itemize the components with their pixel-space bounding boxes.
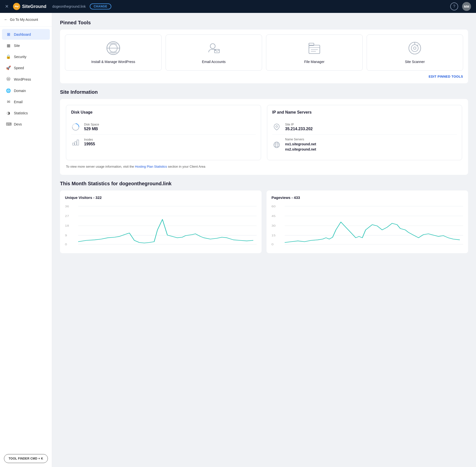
svg-text:0: 0 [271, 243, 273, 246]
unique-visitors-chart: 36 27 18 9 0 [65, 204, 257, 248]
pageviews-title: Pageviews - 433 [271, 195, 463, 200]
statistics-section: This Month Statistics for dogeonthegroun… [60, 181, 468, 253]
site-logo: SiteGround [13, 2, 46, 10]
speed-icon: 🚀 [6, 65, 11, 70]
svg-text:27: 27 [65, 215, 69, 218]
svg-point-13 [414, 47, 416, 49]
inodes-value: 19955 [84, 142, 95, 146]
pinned-tool-site-scanner[interactable]: Site Scanner [367, 34, 463, 71]
site-ip-row: Site IP 35.214.233.202 [272, 120, 457, 134]
sidebar-item-label: Site [14, 44, 20, 48]
sidebar-item-devs[interactable]: ⌨Devs [2, 119, 50, 129]
sidebar-item-speed[interactable]: 🚀Speed [2, 62, 50, 73]
unique-visitors-card: Unique Visitors - 322 36 27 1 [60, 190, 262, 253]
statistics-title: This Month Statistics for dogeonthegroun… [60, 181, 468, 187]
site-ip-label: Site IP [285, 123, 313, 126]
user-avatar[interactable]: MM [462, 2, 471, 11]
site-information-section: Site Information Disk Usage [60, 89, 468, 175]
ip-nameservers-title: IP and Name Servers [272, 110, 457, 115]
logo-text: SiteGround [22, 4, 46, 9]
hosting-plan-statistics-link[interactable]: Hosting Plan Statistics [135, 165, 167, 168]
svg-text:18: 18 [65, 224, 69, 227]
change-domain-button[interactable]: CHANGE [90, 3, 111, 9]
pinned-tool-file-manager[interactable]: File Manager [266, 34, 363, 71]
wordpress-label: Install & Manage WordPress [91, 60, 135, 64]
edit-pinned-tools-link[interactable]: EDIT PINNED TOOLS [65, 75, 463, 78]
svg-text:60: 60 [271, 205, 275, 208]
help-icon: ? [453, 4, 455, 9]
pinned-tools-card: Install & Manage WordPress Ema [60, 30, 468, 83]
sidebar-item-label: Dashboard [14, 32, 31, 36]
tool-finder-button[interactable]: TOOL FINDER CMD + K [4, 454, 48, 463]
security-icon: 🔒 [6, 54, 11, 59]
name-server-1: ns1.siteground.net [285, 142, 316, 147]
pinned-tool-email-accounts[interactable]: Email Accounts [166, 34, 262, 71]
main-layout: ← Go To My Account ⊞Dashboard▦Site🔒Secur… [0, 13, 476, 467]
back-arrow-icon: ← [4, 17, 8, 22]
sidebar-item-domain[interactable]: 🌐Domain [2, 85, 50, 96]
name-servers-icon [272, 140, 281, 149]
site-ip-icon [272, 123, 281, 131]
sidebar-item-statistics[interactable]: ◑Statistics [2, 108, 50, 118]
pinned-tools-title: Pinned Tools [60, 20, 468, 26]
disk-space-icon [71, 123, 80, 131]
svg-rect-18 [75, 142, 76, 145]
file-manager-icon [306, 41, 323, 56]
svg-text:0: 0 [65, 243, 67, 246]
disk-usage-box: Disk Usage Disk Space [66, 105, 261, 160]
name-servers-label: Name Servers [285, 138, 316, 141]
pageviews-chart: 60 45 30 15 0 [271, 204, 463, 248]
dashboard-icon: ⊞ [6, 32, 11, 37]
site-info-title: Site Information [60, 89, 468, 95]
site-scanner-label: Site Scanner [405, 60, 425, 64]
go-to-account-link[interactable]: ← Go To My Account [0, 13, 52, 27]
svg-rect-6 [309, 45, 320, 54]
svg-text:9: 9 [65, 234, 67, 237]
disk-space-row: Disk Space 529 MB [71, 120, 256, 134]
disk-space-value: 529 MB [84, 127, 99, 131]
close-icon[interactable]: ✕ [5, 4, 9, 9]
sidebar-item-dashboard[interactable]: ⊞Dashboard [2, 29, 50, 40]
sidebar-item-label: Security [14, 55, 27, 59]
site-info-grid: Disk Usage Disk Space [66, 105, 462, 160]
sidebar: ← Go To My Account ⊞Dashboard▦Site🔒Secur… [0, 13, 52, 467]
sidebar-item-security[interactable]: 🔒Security [2, 51, 50, 62]
pinned-tools-section: Pinned Tools [60, 20, 468, 83]
unique-visitors-title: Unique Visitors - 322 [65, 195, 257, 200]
sidebar-item-label: Speed [14, 66, 24, 70]
ip-nameservers-box: IP and Name Servers Site IP 35.214.233 [267, 105, 462, 160]
wordpress-icon [105, 41, 122, 56]
sidebar-item-label: WordPress [14, 77, 31, 81]
disk-usage-title: Disk Usage [71, 110, 256, 115]
site-info-card: Disk Usage Disk Space [60, 99, 468, 175]
inodes-icon [71, 138, 80, 147]
sidebar-item-wordpress[interactable]: ⓌWordPress [2, 74, 50, 85]
sidebar-item-label: Email [14, 100, 23, 104]
email-icon: ✉ [6, 99, 11, 104]
pinned-tools-grid: Install & Manage WordPress Ema [65, 34, 463, 71]
help-button[interactable]: ? [450, 2, 458, 10]
current-domain: dogeontheground.link [52, 4, 86, 8]
site-ip-value: 35.214.233.202 [285, 127, 313, 131]
pageviews-card: Pageviews - 433 60 45 30 [267, 190, 468, 253]
sidebar-item-label: Statistics [14, 111, 28, 115]
site-scanner-icon [406, 41, 423, 56]
wordpress-icon: Ⓦ [6, 77, 11, 82]
svg-text:45: 45 [271, 215, 275, 218]
sidebar-item-label: Domain [14, 89, 26, 93]
svg-rect-19 [77, 140, 79, 145]
pinned-tool-wordpress[interactable]: Install & Manage WordPress [65, 34, 162, 71]
domain-icon: 🌐 [6, 88, 11, 93]
site-info-footer: To view more server usage information, v… [66, 164, 462, 169]
inodes-label: Inodes [84, 138, 95, 141]
sidebar-item-label: Devs [14, 122, 22, 126]
devs-icon: ⌨ [6, 122, 11, 126]
main-content: Pinned Tools [52, 13, 476, 467]
statistics-grid: Unique Visitors - 322 36 27 1 [60, 190, 468, 253]
topbar: ✕ SiteGround dogeontheground.link CHANGE… [0, 0, 476, 13]
sidebar-item-site[interactable]: ▦Site [2, 40, 50, 51]
svg-text:30: 30 [271, 224, 275, 227]
email-accounts-label: Email Accounts [202, 60, 226, 64]
sidebar-item-email[interactable]: ✉Email [2, 96, 50, 107]
svg-point-4 [210, 44, 215, 49]
